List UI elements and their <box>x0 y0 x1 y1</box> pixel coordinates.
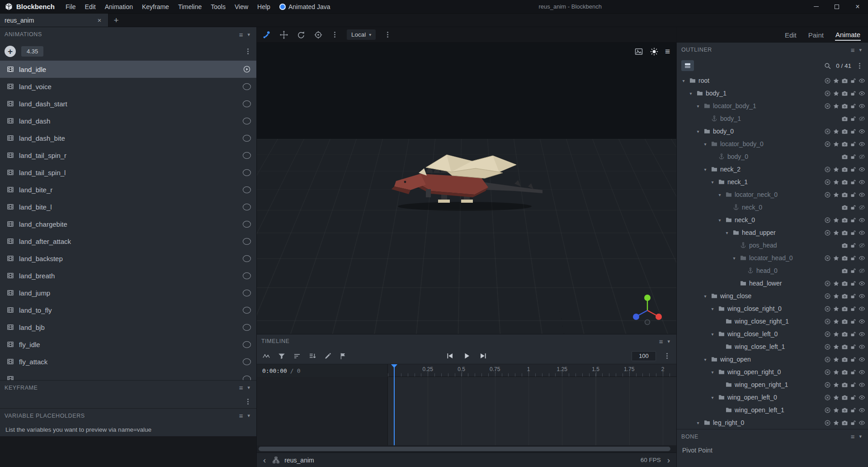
scrollbar-thumb[interactable] <box>259 447 670 451</box>
animation-item-land_tail_spin_l[interactable]: land_tail_spin_l <box>0 164 256 181</box>
move-tool-icon[interactable] <box>279 30 288 39</box>
animation-select-radio[interactable] <box>243 238 251 245</box>
timeline-track-area[interactable]: 0.250.50.7511.251.51.752 <box>388 364 676 445</box>
menu-timeline[interactable]: Timeline <box>174 0 206 13</box>
circle-x-icon[interactable] <box>824 407 831 414</box>
animation-select-radio[interactable] <box>243 83 251 90</box>
eye-icon[interactable] <box>859 331 865 338</box>
star-icon[interactable] <box>833 166 840 173</box>
outliner-view-toggle-button[interactable] <box>681 60 694 71</box>
circle-x-icon[interactable] <box>824 255 831 262</box>
eye-icon[interactable] <box>859 229 865 236</box>
timeline-panel-header[interactable]: TIMELINE ≡ ▾ <box>257 334 676 348</box>
lock-icon[interactable] <box>850 115 857 122</box>
circle-x-icon[interactable] <box>824 217 831 224</box>
circle-x-icon[interactable] <box>824 305 831 312</box>
viewport-canvas[interactable]: ≡ <box>257 43 676 334</box>
animation-item-land_breath[interactable]: land_breath <box>0 267 256 284</box>
circle-x-icon[interactable] <box>824 394 831 401</box>
timeline-ruler-track[interactable]: 0.250.50.7511.251.51.752 <box>388 364 676 377</box>
lock-icon[interactable] <box>850 90 857 97</box>
expand-arrow-icon[interactable]: ▾ <box>724 230 730 235</box>
lock-icon[interactable] <box>850 179 857 186</box>
panel-menu-icon[interactable]: ≡ <box>848 433 858 440</box>
star-icon[interactable] <box>833 280 840 287</box>
eye-icon[interactable] <box>859 305 865 312</box>
outliner-node-neck_2[interactable]: ▾neck_2 <box>677 163 868 176</box>
camera-icon[interactable] <box>841 305 848 312</box>
menu-tools[interactable]: Tools <box>206 0 230 13</box>
camera-icon[interactable] <box>841 318 848 325</box>
expand-arrow-icon[interactable]: ▾ <box>702 357 708 362</box>
outliner-node-root[interactable]: ▾root <box>677 74 868 87</box>
outliner-node-wing_open[interactable]: ▾wing_open <box>677 353 868 366</box>
overflow-menu-icon[interactable] <box>859 65 860 67</box>
outliner-node-wing_open_right_1[interactable]: wing_open_right_1 <box>677 378 868 391</box>
animation-select-radio[interactable] <box>243 324 251 331</box>
animation-select-radio[interactable] <box>243 204 251 210</box>
camera-icon[interactable] <box>841 229 848 236</box>
panel-menu-icon[interactable]: ≡ <box>236 384 246 391</box>
animation-select-radio[interactable] <box>243 255 251 262</box>
expand-arrow-icon[interactable]: ▾ <box>680 78 687 83</box>
collapse-icon[interactable]: ▾ <box>857 434 863 439</box>
camera-icon[interactable] <box>841 407 848 414</box>
menu-view[interactable]: View <box>230 0 253 13</box>
camera-icon[interactable] <box>841 394 848 401</box>
menu-animated-java[interactable]: Animated Java <box>275 0 335 13</box>
star-icon[interactable] <box>833 191 840 198</box>
circle-x-icon[interactable] <box>824 128 831 135</box>
camera-icon[interactable] <box>841 191 848 198</box>
animation-item-land_backstep[interactable]: land_backstep <box>0 250 256 267</box>
camera-icon[interactable] <box>841 204 848 211</box>
lock-icon[interactable] <box>850 77 857 84</box>
animation-select-radio[interactable] <box>243 118 251 124</box>
expand-arrow-icon[interactable]: ▾ <box>702 294 708 299</box>
animation-item-land_bite_l[interactable]: land_bite_l <box>0 198 256 215</box>
lock-icon[interactable] <box>850 369 857 376</box>
outliner-node-locator_body_0[interactable]: ▾locator_body_0 <box>677 138 868 150</box>
animation-item-land_idle[interactable]: land_idle <box>0 61 256 78</box>
circle-x-icon[interactable] <box>824 343 831 350</box>
outliner-node-body_1[interactable]: ▾body_1 <box>677 87 868 100</box>
eye-icon[interactable] <box>859 369 865 376</box>
circle-x-icon[interactable] <box>824 77 831 84</box>
edit-mode-icon[interactable] <box>324 352 332 360</box>
lock-icon[interactable] <box>850 153 857 160</box>
collapse-icon[interactable]: ▾ <box>245 385 252 391</box>
lock-icon[interactable] <box>850 229 857 236</box>
eye-off-icon[interactable] <box>859 115 865 122</box>
star-icon[interactable] <box>833 128 840 135</box>
camera-icon[interactable] <box>841 166 848 173</box>
star-icon[interactable] <box>833 356 840 363</box>
outliner-node-body_0[interactable]: body_0 <box>677 150 868 163</box>
expand-arrow-icon[interactable]: ▾ <box>709 395 716 400</box>
camera-icon[interactable] <box>841 217 848 224</box>
camera-icon[interactable] <box>841 293 848 300</box>
marker-flag-icon[interactable] <box>339 352 347 360</box>
overflow-menu-icon[interactable] <box>247 401 249 402</box>
tab-reus-anim[interactable]: reus_anim × <box>0 14 108 27</box>
viewport-menu-icon[interactable]: ≡ <box>665 47 670 56</box>
circle-x-icon[interactable] <box>824 103 831 110</box>
eye-off-icon[interactable] <box>859 204 865 211</box>
add-animation-button[interactable]: + <box>5 46 16 57</box>
circle-x-icon[interactable] <box>824 318 831 325</box>
search-icon[interactable] <box>824 62 831 70</box>
expand-arrow-icon[interactable]: ▾ <box>695 420 701 425</box>
outliner-node-locator_body_1[interactable]: ▾locator_body_1 <box>677 100 868 112</box>
camera-icon[interactable] <box>841 242 848 249</box>
pivot-tool-icon[interactable] <box>314 30 323 39</box>
eye-icon[interactable] <box>859 394 865 401</box>
rotate-tool-icon[interactable] <box>297 30 306 39</box>
animation-select-radio[interactable] <box>243 358 251 365</box>
star-icon[interactable] <box>833 331 840 338</box>
expand-arrow-icon[interactable]: ▾ <box>695 129 701 134</box>
star-icon[interactable] <box>833 141 840 148</box>
circle-x-icon[interactable] <box>824 419 831 426</box>
menu-file[interactable]: File <box>61 0 80 13</box>
chevron-right-icon[interactable]: › <box>665 456 672 464</box>
circle-x-icon[interactable] <box>824 229 831 236</box>
lock-icon[interactable] <box>850 381 857 388</box>
expand-arrow-icon[interactable]: ▾ <box>709 332 716 337</box>
